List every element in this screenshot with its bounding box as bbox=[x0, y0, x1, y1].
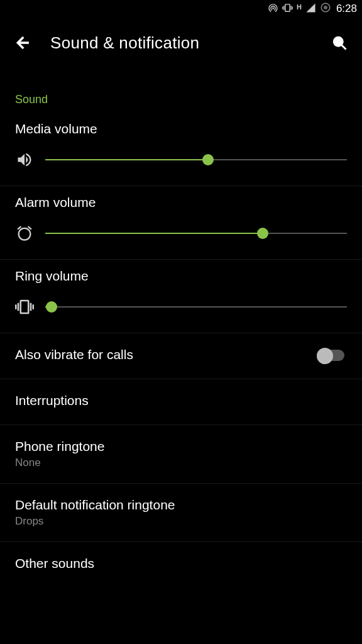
sync-icon bbox=[320, 2, 331, 16]
interruptions-label: Interruptions bbox=[15, 393, 347, 408]
svg-point-0 bbox=[324, 6, 327, 9]
other-sounds-row[interactable]: Other sounds bbox=[0, 542, 362, 587]
vibrate-calls-label: Also vibrate for calls bbox=[15, 347, 133, 362]
svg-line-2 bbox=[342, 45, 346, 50]
notif-ringtone-row[interactable]: Default notification ringtone Drops bbox=[0, 484, 362, 542]
alarm-icon bbox=[15, 224, 34, 243]
app-bar: Sound & notification bbox=[0, 18, 362, 68]
phone-ringtone-label: Phone ringtone bbox=[15, 439, 347, 454]
back-button[interactable] bbox=[10, 30, 35, 55]
network-type-label: H bbox=[297, 3, 302, 11]
alarm-volume-slider[interactable] bbox=[45, 227, 347, 240]
alarm-volume-row: Alarm volume bbox=[0, 186, 362, 260]
speaker-icon bbox=[15, 150, 34, 169]
notif-ringtone-label: Default notification ringtone bbox=[15, 497, 347, 513]
vibrate-icon bbox=[282, 3, 293, 16]
other-sounds-label: Other sounds bbox=[15, 556, 347, 571]
notif-ringtone-value: Drops bbox=[15, 515, 347, 528]
vibrate-calls-toggle[interactable] bbox=[317, 348, 347, 364]
signal-icon bbox=[305, 3, 316, 16]
hotspot-icon bbox=[268, 3, 278, 16]
page-title: Sound & notification bbox=[50, 33, 312, 53]
phone-ringtone-row[interactable]: Phone ringtone None bbox=[0, 425, 362, 484]
vibrate-ring-icon bbox=[15, 297, 34, 316]
interruptions-row[interactable]: Interruptions bbox=[0, 379, 362, 425]
ring-volume-label: Ring volume bbox=[15, 269, 347, 284]
alarm-volume-label: Alarm volume bbox=[15, 195, 347, 210]
status-bar: H 6:28 bbox=[0, 0, 362, 18]
svg-point-1 bbox=[334, 37, 343, 46]
media-volume-label: Media volume bbox=[15, 121, 347, 136]
vibrate-calls-row[interactable]: Also vibrate for calls bbox=[0, 333, 362, 379]
status-time: 6:28 bbox=[336, 3, 357, 15]
search-button[interactable] bbox=[327, 30, 352, 55]
phone-ringtone-value: None bbox=[15, 457, 347, 469]
media-volume-slider[interactable] bbox=[45, 153, 347, 166]
section-header-sound: Sound bbox=[0, 68, 362, 113]
media-volume-row: Media volume bbox=[0, 113, 362, 186]
ring-volume-slider[interactable] bbox=[45, 301, 347, 313]
ring-volume-row: Ring volume bbox=[0, 260, 362, 333]
